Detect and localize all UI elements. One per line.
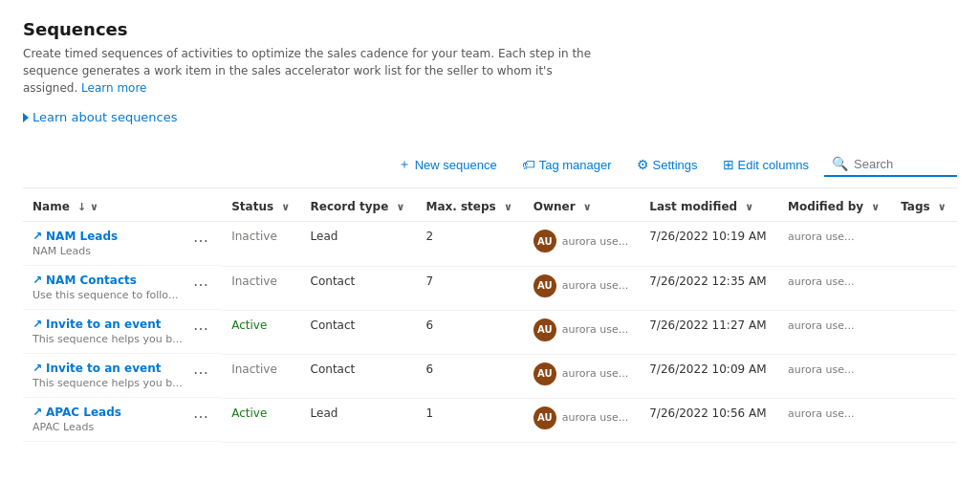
row-sub-3: This sequence helps you b... [33, 377, 185, 389]
cell-name-0: ↗ NAM Leads NAM Leads ⋯ [23, 222, 222, 266]
sequence-icon-1: ↗ [33, 274, 42, 287]
modified-by-2: aurora use... [788, 319, 854, 332]
status-badge-0: Inactive [231, 230, 277, 243]
cell-name-2: ↗ Invite to an event This sequence helps… [23, 310, 222, 354]
more-options-button-2[interactable]: ⋯ [189, 318, 212, 340]
cell-owner-2: AU aurora use... [524, 310, 641, 354]
cell-last-modified-0: 7/26/2022 10:19 AM [640, 222, 778, 267]
cell-status-1: Inactive [222, 266, 300, 310]
search-box: 🔍 [824, 152, 957, 177]
sort-icon: ∨ [396, 201, 404, 213]
cell-last-modified-3: 7/26/2022 10:09 AM [640, 354, 778, 398]
cell-status-2: Active [222, 310, 300, 354]
sequence-icon-3: ↗ [33, 362, 42, 375]
col-tags[interactable]: Tags ∨ [891, 192, 957, 222]
col-last-modified[interactable]: Last modified ∨ [640, 192, 778, 222]
page-title: Sequences [23, 19, 957, 39]
cell-record-type-1: Contact [301, 266, 417, 310]
col-owner[interactable]: Owner ∨ [524, 192, 641, 222]
owner-name-4: aurora use... [562, 411, 628, 424]
more-options-button-1[interactable]: ⋯ [189, 274, 212, 296]
new-sequence-button[interactable]: ＋ New sequence [388, 151, 507, 178]
sort-icon: ↓ ∨ [77, 201, 98, 213]
cell-owner-0: AU aurora use... [524, 222, 641, 267]
more-options-button-3[interactable]: ⋯ [189, 362, 212, 384]
cell-status-3: Inactive [222, 354, 300, 398]
cell-tags-4 [891, 398, 957, 442]
cell-max-steps-2: 6 [416, 310, 523, 354]
col-name[interactable]: Name ↓ ∨ [23, 192, 222, 222]
row-name-link-4[interactable]: ↗ APAC Leads [33, 406, 185, 419]
columns-icon: ⊞ [723, 157, 734, 172]
modified-by-1: aurora use... [788, 275, 854, 288]
cell-last-modified-2: 7/26/2022 11:27 AM [640, 310, 778, 354]
status-badge-2: Active [231, 318, 267, 332]
sort-icon: ∨ [745, 201, 753, 213]
status-badge-4: Active [231, 406, 267, 420]
col-modified-by[interactable]: Modified by ∨ [778, 192, 891, 222]
cell-record-type-3: Contact [301, 354, 417, 398]
cell-last-modified-4: 7/26/2022 10:56 AM [640, 398, 778, 442]
owner-name-0: aurora use... [562, 235, 628, 248]
chevron-right-icon [23, 113, 29, 122]
sort-icon: ∨ [281, 201, 290, 213]
edit-columns-button[interactable]: ⊞ Edit columns [713, 152, 818, 177]
cell-status-0: Inactive [222, 222, 300, 267]
tag-manager-button[interactable]: 🏷 Tag manager [512, 152, 621, 177]
sort-icon: ∨ [871, 201, 880, 213]
sort-icon: ∨ [583, 201, 592, 213]
cell-owner-3: AU aurora use... [524, 354, 641, 398]
cell-record-type-4: Lead [301, 398, 417, 442]
sequence-icon-4: ↗ [33, 406, 42, 419]
cell-name-1: ↗ NAM Contacts Use this sequence to foll… [23, 266, 222, 310]
col-max-steps[interactable]: Max. steps ∨ [416, 192, 523, 222]
row-sub-1: Use this sequence to follo... [33, 289, 185, 301]
plus-icon: ＋ [398, 156, 411, 173]
settings-button[interactable]: ⚙ Settings [627, 152, 708, 177]
row-sub-2: This sequence helps you b... [33, 333, 185, 345]
table-row: ↗ APAC Leads APAC Leads ⋯ Active Lead 1 … [23, 398, 957, 442]
search-icon: 🔍 [832, 156, 848, 171]
sort-icon: ∨ [938, 201, 947, 213]
more-options-button-0[interactable]: ⋯ [189, 230, 212, 252]
table-row: ↗ Invite to an event This sequence helps… [23, 354, 957, 398]
row-name-link-0[interactable]: ↗ NAM Leads [33, 230, 185, 243]
modified-by-0: aurora use... [788, 231, 854, 243]
owner-avatar-4: AU [534, 406, 556, 429]
toolbar: ＋ New sequence 🏷 Tag manager ⚙ Settings … [23, 142, 957, 188]
modified-by-4: aurora use... [788, 407, 854, 420]
row-sub-4: APAC Leads [33, 421, 185, 433]
cell-owner-4: AU aurora use... [524, 398, 641, 442]
cell-owner-1: AU aurora use... [524, 266, 641, 310]
cell-max-steps-0: 2 [416, 222, 523, 267]
settings-icon: ⚙ [637, 157, 649, 172]
learn-about-link[interactable]: Learn about sequences [23, 110, 957, 124]
learn-about-section: Learn about sequences [23, 110, 957, 124]
tag-icon: 🏷 [522, 157, 535, 172]
row-sub-0: NAM Leads [33, 245, 185, 257]
row-name-link-3[interactable]: ↗ Invite to an event [33, 362, 185, 375]
owner-name-3: aurora use... [562, 367, 628, 380]
more-options-button-4[interactable]: ⋯ [189, 406, 212, 428]
owner-name-1: aurora use... [562, 279, 628, 292]
table-row: ↗ NAM Leads NAM Leads ⋯ Inactive Lead 2 … [23, 222, 957, 267]
search-input[interactable] [854, 157, 949, 171]
cell-tags-0 [891, 222, 957, 267]
cell-record-type-0: Lead [301, 222, 417, 267]
sequences-table: Name ↓ ∨ Status ∨ Record type ∨ Max. ste… [23, 192, 957, 443]
cell-status-4: Active [222, 398, 300, 442]
col-status[interactable]: Status ∨ [222, 192, 300, 222]
cell-max-steps-3: 6 [416, 354, 523, 398]
cell-modified-by-1: aurora use... [778, 266, 891, 310]
row-name-link-1[interactable]: ↗ NAM Contacts [33, 274, 185, 287]
cell-max-steps-4: 1 [416, 398, 523, 442]
table-row: ↗ NAM Contacts Use this sequence to foll… [23, 266, 957, 310]
table-header: Name ↓ ∨ Status ∨ Record type ∨ Max. ste… [23, 192, 957, 222]
cell-tags-2 [891, 310, 957, 354]
col-record-type[interactable]: Record type ∨ [301, 192, 417, 222]
learn-more-link[interactable]: Learn more [81, 81, 146, 95]
row-name-link-2[interactable]: ↗ Invite to an event [33, 318, 185, 331]
table-body: ↗ NAM Leads NAM Leads ⋯ Inactive Lead 2 … [23, 222, 957, 443]
sort-icon: ∨ [504, 201, 512, 213]
cell-name-3: ↗ Invite to an event This sequence helps… [23, 354, 222, 398]
